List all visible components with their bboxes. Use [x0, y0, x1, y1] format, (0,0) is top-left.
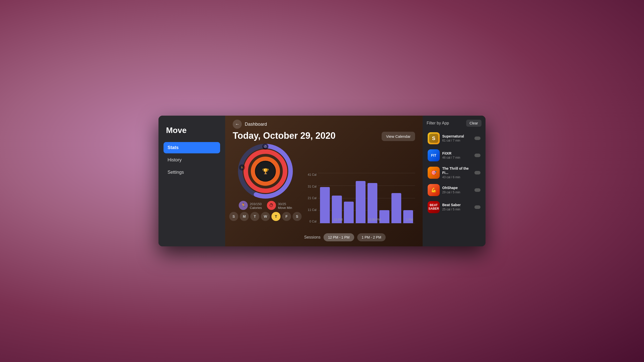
- app-info-beatsaber: Beat Saber 25 cal / 5 min: [442, 203, 472, 211]
- back-button[interactable]: ←: [233, 120, 242, 129]
- chart-y-label-3: 31 Cal: [304, 185, 318, 188]
- chart-x-label-1pm: 1 PM: [406, 218, 413, 221]
- move-label: Move Min: [278, 206, 292, 210]
- app-info-supernatural: Supernatural 61 cal / 7 min: [442, 134, 472, 143]
- session-pill-1[interactable]: 12 PM - 1 PM: [324, 233, 354, 241]
- app-info-ohshape: OhShape 29 cal / 5 min: [442, 186, 472, 194]
- app-stats-beatsaber: 25 cal / 5 min: [442, 208, 472, 211]
- app-info-thrill: The Thrill of the Fi... 43 cal / 6 min: [442, 166, 472, 179]
- main-inner: ← Dashboard Today, October 29, 2020 View…: [225, 116, 423, 246]
- svg-text:⏱: ⏱: [264, 145, 267, 149]
- date-text: Today, October 29, 2020: [233, 131, 336, 141]
- app-toggle-beatsaber[interactable]: [474, 205, 480, 209]
- app-item-ohshape[interactable]: 💪 OhShape 29 cal / 5 min: [427, 182, 481, 198]
- chart-y-label-1: 11 Cal: [304, 208, 318, 212]
- calories-icon: 🏃: [239, 201, 248, 210]
- calories-label: Calories: [250, 206, 262, 210]
- app-window: Move Stats History Settings ← Dashboard …: [158, 116, 486, 246]
- day-friday[interactable]: F: [282, 212, 291, 221]
- sidebar-item-settings[interactable]: Settings: [164, 167, 220, 178]
- app-name-fitxr: FitXR: [442, 151, 472, 156]
- calories-value: 203/150: [250, 201, 262, 206]
- app-toggle-ohshape[interactable]: [474, 188, 480, 192]
- app-item-supernatural[interactable]: S Supernatural 61 cal / 7 min: [427, 130, 481, 146]
- chart-y-label-4: 41 Cal: [304, 173, 318, 176]
- chart-area: 0 Cal 11 Cal 21 Cal 31 Cal 41 Cal: [304, 144, 415, 241]
- chart-bar-1: [320, 187, 330, 223]
- app-icon-thrill: 🎯: [428, 167, 440, 179]
- clear-button[interactable]: Clear: [466, 120, 481, 127]
- date-row: Today, October 29, 2020 View Calendar: [233, 131, 415, 141]
- sidebar: Move Stats History Settings: [158, 116, 225, 246]
- donut-chart: 🏆 ⏱ 🏃: [238, 144, 293, 199]
- sidebar-title: Move: [164, 126, 220, 135]
- app-item-beatsaber[interactable]: BEATSABER Beat Saber 25 cal / 5 min: [427, 199, 481, 215]
- calories-item: 🏃 203/150 Calories: [239, 201, 262, 210]
- header: ← Dashboard: [233, 116, 415, 131]
- main-content: ← Dashboard Today, October 29, 2020 View…: [225, 116, 423, 246]
- calories-row: 🏃 203/150 Calories ⏱: [239, 201, 292, 210]
- svg-text:🏆: 🏆: [262, 168, 269, 175]
- supernatural-logo: S: [429, 134, 438, 143]
- filter-title: Filter by App: [427, 121, 449, 125]
- day-tuesday[interactable]: T: [250, 212, 259, 221]
- chart-y-labels: 0 Cal 11 Cal 21 Cal 31 Cal 41 Cal: [304, 173, 318, 223]
- app-name-beatsaber: Beat Saber: [442, 203, 472, 207]
- day-thursday[interactable]: T: [271, 212, 280, 221]
- move-icon: ⏱: [267, 201, 276, 210]
- app-toggle-thrill[interactable]: [474, 171, 480, 174]
- sessions-row: Sessions 12 PM - 1 PM 1 PM - 2 PM: [304, 233, 415, 241]
- day-sunday[interactable]: S: [229, 212, 238, 221]
- move-value: 30/25: [278, 201, 292, 206]
- app-toggle-fitxr[interactable]: [474, 154, 480, 157]
- app-icon-fitxr: FIT: [428, 149, 440, 161]
- day-selector: S M T W T F S: [229, 212, 302, 221]
- app-item-fitxr[interactable]: FIT FitXR 46 cal / 7 min: [427, 147, 481, 163]
- app-stats-thrill: 43 cal / 6 min: [442, 175, 472, 179]
- sidebar-item-stats[interactable]: Stats: [164, 142, 220, 153]
- filter-header: Filter by App Clear: [427, 120, 481, 127]
- app-stats-fitxr: 46 cal / 7 min: [442, 156, 472, 159]
- chart-inner: 12 PM 12:30 PM 1 PM: [318, 173, 415, 223]
- calories-text: 203/150 Calories: [250, 201, 262, 210]
- day-saturday[interactable]: S: [293, 212, 302, 221]
- app-toggle-supernatural[interactable]: [474, 137, 480, 140]
- app-item-thrill[interactable]: 🎯 The Thrill of the Fi... 43 cal / 6 min: [427, 164, 481, 181]
- chart-x-label-1230pm: 12:30 PM: [368, 218, 381, 221]
- app-icon-ohshape: 💪: [428, 184, 440, 196]
- chart-x-label-12pm: 12 PM: [334, 218, 343, 221]
- move-text: 30/25 Move Min: [278, 201, 292, 210]
- app-name-supernatural: Supernatural: [442, 134, 472, 139]
- view-calendar-button[interactable]: View Calendar: [382, 132, 415, 141]
- chart-container: 0 Cal 11 Cal 21 Cal 31 Cal 41 Cal: [304, 173, 415, 231]
- chart-y-label-2: 21 Cal: [304, 196, 318, 200]
- app-name-thrill: The Thrill of the Fi...: [442, 166, 472, 175]
- right-panel: Filter by App Clear S Supernatural 61 ca…: [423, 116, 486, 246]
- chart-x-labels: 12 PM 12:30 PM 1 PM: [332, 216, 415, 223]
- day-monday[interactable]: M: [240, 212, 249, 221]
- app-stats-ohshape: 29 cal / 5 min: [442, 191, 472, 194]
- app-icon-supernatural: S: [428, 132, 440, 144]
- svg-text:🏃: 🏃: [240, 166, 244, 169]
- session-pill-2[interactable]: 1 PM - 2 PM: [357, 233, 386, 241]
- sessions-label: Sessions: [304, 235, 320, 240]
- move-item: ⏱ 30/25 Move Min: [267, 201, 292, 210]
- day-wednesday[interactable]: W: [261, 212, 270, 221]
- donut-area: 🏆 ⏱ 🏃 🏃: [233, 144, 298, 241]
- app-stats-supernatural: 61 cal / 7 min: [442, 139, 472, 142]
- chart-bars: [318, 173, 415, 223]
- stats-row: 🏆 ⏱ 🏃 🏃: [233, 144, 415, 241]
- app-info-fitxr: FitXR 46 cal / 7 min: [442, 151, 472, 160]
- header-title: Dashboard: [245, 122, 267, 127]
- chart-y-label-0: 0 Cal: [304, 220, 318, 223]
- sidebar-item-history[interactable]: History: [164, 154, 220, 166]
- app-name-ohshape: OhShape: [442, 186, 472, 190]
- app-icon-beatsaber: BEATSABER: [428, 201, 440, 213]
